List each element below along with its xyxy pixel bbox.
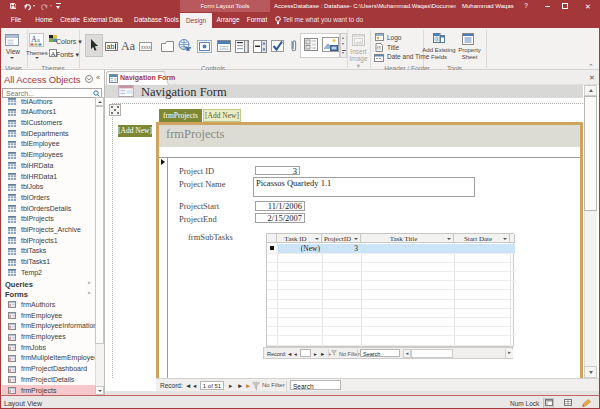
svg-text:A: A [51,50,56,58]
svg-text:ab: ab [107,43,115,50]
svg-text:xxxx: xxxx [141,44,152,50]
svg-text:a: a [37,37,40,43]
